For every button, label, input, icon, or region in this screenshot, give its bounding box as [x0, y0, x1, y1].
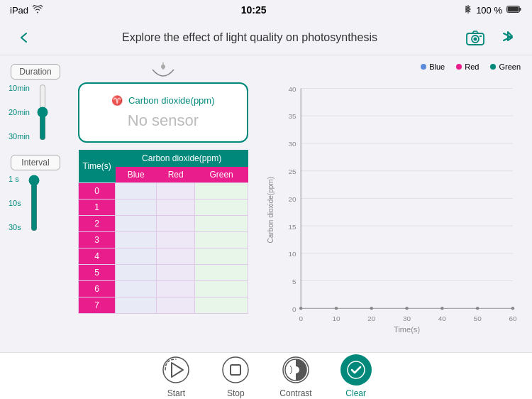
interval-label: Interval: [11, 155, 60, 170]
table-data-cell-red: [157, 183, 195, 200]
y-axis-label: Carbon dioxide(ppm): [267, 177, 275, 243]
table-row: 1: [79, 200, 248, 216]
stop-button[interactable]: Stop: [220, 354, 251, 398]
table-data-cell-red: [157, 265, 195, 281]
table-data-cell-green: [195, 281, 248, 297]
header: Explore the effect of light quality on p…: [0, 20, 532, 55]
legend-blue-label: Blue: [429, 62, 445, 71]
wifi-icon: [33, 5, 43, 16]
chart-area: Carbon dioxide(ppm) 40 35: [267, 75, 521, 345]
sensor-title-text: Carbon dioxide(ppm): [128, 95, 214, 106]
table-data-cell-red: [157, 232, 195, 248]
svg-rect-7: [480, 35, 482, 37]
svg-text:10: 10: [332, 315, 340, 322]
legend-blue: Blue: [421, 62, 445, 71]
interval-tick-3: 30s: [9, 223, 21, 231]
svg-rect-3: [508, 6, 519, 11]
table-data-cell-blue: [116, 248, 157, 265]
table-row: 3: [79, 232, 248, 248]
table-time-cell: 0: [79, 183, 116, 200]
table-row: 5: [79, 265, 248, 281]
chart-inner: 40 35 30 25 20: [277, 75, 521, 345]
page-title: Explore the effect of light quality on p…: [37, 31, 462, 44]
svg-text:0: 0: [299, 315, 303, 322]
grid-lines: 40 35 30 25 20: [288, 85, 512, 313]
legend-green-dot: [490, 64, 496, 70]
contrast-button[interactable]: Contrast: [279, 354, 311, 398]
table-time-cell: 1: [79, 200, 116, 216]
table-data-cell-green: [195, 232, 248, 248]
interval-tick-2: 10s: [9, 199, 21, 207]
col-header-blue: Blue: [116, 167, 157, 183]
device-label: iPad: [10, 5, 28, 16]
svg-point-6: [474, 37, 477, 40]
contrast-label: Contrast: [279, 388, 311, 398]
legend-green-label: Green: [499, 62, 521, 71]
svg-text:0: 0: [292, 305, 297, 313]
svg-point-9: [161, 65, 165, 69]
table-data-cell-blue: [116, 200, 157, 216]
interval-slider-container: 1 s 10s 30s: [6, 175, 65, 231]
back-button[interactable]: [11, 25, 37, 50]
status-right: 100 %: [465, 4, 522, 16]
table-data-cell-green: [195, 297, 248, 314]
table-time-cell: 2: [79, 216, 116, 232]
chart-svg: 40 35 30 25 20: [277, 75, 521, 345]
interval-tick-1: 1 s: [9, 175, 21, 183]
battery-label: 100 %: [476, 5, 502, 16]
start-label: Start: [167, 388, 185, 398]
legend-red-dot: [456, 64, 462, 70]
right-panel: Blue Red Green Carbon dioxide(ppm): [255, 55, 532, 352]
svg-text:40: 40: [288, 85, 297, 93]
svg-point-35: [405, 307, 408, 310]
svg-point-41: [511, 307, 514, 310]
table-data-cell-green: [195, 248, 248, 265]
status-bar: iPad 10:25 100 %: [0, 0, 532, 20]
contrast-icon: [280, 354, 311, 386]
x-axis: 0 10 20 30 40: [299, 307, 517, 322]
duration-slider-container: 10min 20min 30min: [6, 84, 65, 141]
chart-legend: Blue Red Green: [267, 62, 521, 71]
camera-button[interactable]: [462, 25, 488, 50]
svg-rect-45: [231, 365, 240, 375]
svg-text:35: 35: [288, 112, 297, 120]
clear-icon: [340, 354, 372, 386]
sensor-value: No sensor: [91, 111, 235, 130]
svg-text:15: 15: [288, 223, 297, 231]
bluetooth-status-icon: [465, 4, 472, 16]
table-data-cell-green: [195, 216, 248, 232]
table-time-cell: 3: [79, 232, 116, 248]
duration-tick-2: 20min: [9, 108, 30, 116]
sensor-card: ♈ Carbon dioxide(ppm) No sensor: [78, 82, 248, 143]
svg-text:40: 40: [438, 315, 447, 322]
status-time: 10:25: [241, 4, 267, 16]
duration-slider[interactable]: [34, 84, 51, 141]
col-header-red: Red: [157, 167, 195, 183]
table-data-cell-blue: [116, 216, 157, 232]
table-data-cell-red: [157, 248, 195, 265]
table-data-cell-blue: [116, 183, 157, 200]
table-row: 6: [79, 281, 248, 297]
duration-ticks: 10min 20min 30min: [9, 84, 30, 141]
clear-button[interactable]: Clear: [340, 354, 372, 398]
interval-ticks: 1 s 10s 30s: [9, 175, 21, 231]
legend-blue-dot: [421, 64, 426, 70]
table-data-cell-blue: [116, 281, 157, 297]
svg-point-49: [348, 361, 365, 378]
table-data-cell-blue: [116, 297, 157, 314]
table-data-cell-red: [157, 200, 195, 216]
start-button[interactable]: Start: [160, 354, 192, 398]
legend-green: Green: [490, 62, 521, 71]
table-time-cell: 4: [79, 248, 116, 265]
interval-slider-group: Interval 1 s 10s 30s: [6, 155, 65, 231]
left-panel: Duration 10min 20min 30min Interval 1 s …: [0, 55, 71, 352]
table-data-cell-red: [157, 281, 195, 297]
svg-marker-43: [172, 363, 183, 377]
svg-point-44: [163, 357, 189, 383]
data-table: Time(s) Carbon dioxide(ppm) Blue Red Gre…: [78, 150, 248, 314]
main-content: Duration 10min 20min 30min Interval 1 s …: [0, 55, 532, 352]
svg-rect-2: [520, 8, 521, 11]
battery-icon: [506, 5, 522, 16]
interval-slider[interactable]: [26, 175, 43, 231]
bluetooth-button[interactable]: [495, 25, 521, 50]
